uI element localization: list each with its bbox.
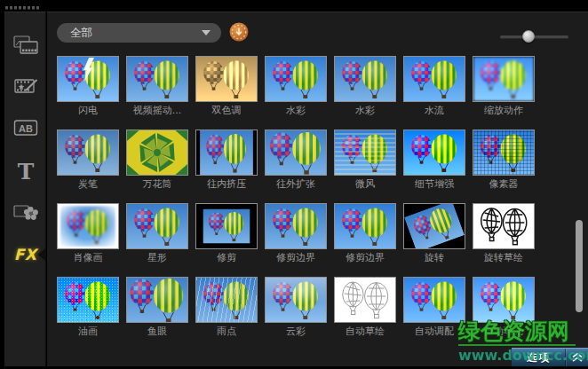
sidebar-tab-fx[interactable]: FX (4, 239, 46, 270)
effect-item[interactable]: 微风 (334, 130, 396, 189)
effect-thumbnail[interactable] (57, 56, 119, 102)
effect-thumbnail[interactable] (265, 56, 327, 102)
effect-item[interactable]: 云彩 (265, 277, 327, 336)
title-t-icon: T (12, 160, 39, 183)
effect-label: 微风 (334, 177, 396, 189)
vertical-scrollbar-thumb[interactable] (576, 220, 583, 312)
effect-item[interactable]: 修剪边界 (265, 203, 327, 263)
thumbnail-size-slider[interactable] (500, 30, 568, 43)
effect-item[interactable]: 炭笔 (57, 130, 119, 189)
sidebar-tab-graphic[interactable] (4, 197, 46, 227)
effect-thumbnail[interactable] (473, 130, 535, 176)
effect-thumbnail[interactable] (403, 203, 465, 249)
effect-label: 油画 (57, 325, 119, 336)
effect-item[interactable]: 闪电 (57, 56, 119, 115)
effect-label: 水彩 (334, 104, 396, 115)
effect-item[interactable]: 细节增强 (403, 130, 465, 189)
effect-thumbnail[interactable] (473, 56, 535, 102)
download-effects-button[interactable] (229, 22, 249, 42)
effect-item[interactable]: 往外扩张 (265, 130, 327, 189)
effect-thumbnail[interactable] (126, 203, 188, 249)
effect-label: 往外扩张 (265, 177, 327, 189)
effect-item[interactable]: 水流 (403, 56, 465, 115)
effect-label: 万花筒 (126, 177, 188, 189)
effect-label: 视频摇动... (126, 104, 188, 115)
effect-label: 修剪边界 (334, 251, 396, 263)
effect-thumbnail[interactable] (265, 130, 327, 176)
effect-item[interactable]: 旋转 (403, 203, 465, 263)
effect-label: 自动曝光 (473, 325, 535, 336)
effect-item[interactable]: 万花筒 (126, 130, 188, 189)
svg-text:T: T (17, 160, 34, 183)
effect-item[interactable]: 视频摇动... (126, 56, 188, 115)
effect-item[interactable]: 水彩 (265, 56, 327, 115)
effect-thumbnail[interactable] (403, 56, 465, 102)
effect-item[interactable]: 像素器 (473, 130, 535, 189)
effect-item[interactable]: 油画 (57, 277, 119, 336)
effect-item[interactable]: 缩放动作 (473, 56, 535, 115)
fx-icon: FX (14, 246, 37, 263)
effect-item[interactable]: 修剪边界 (334, 203, 396, 263)
transition-icon (12, 75, 39, 98)
options-button[interactable]: 选项 (512, 349, 565, 366)
effect-thumbnail[interactable] (334, 130, 396, 176)
effect-label: 肖像画 (57, 251, 119, 263)
effect-label: 星形 (126, 251, 188, 263)
effect-label: 闪电 (57, 104, 119, 115)
panel-drag-handle[interactable] (5, 6, 39, 10)
effect-label: 自动草绘 (334, 325, 396, 336)
effect-label: 修剪边界 (265, 251, 327, 263)
effect-label: 水流 (403, 104, 465, 115)
effect-thumbnail[interactable] (57, 130, 119, 176)
effect-thumbnail[interactable] (126, 277, 188, 323)
sidebar-tab-media[interactable] (4, 30, 46, 60)
effect-thumbnail[interactable] (334, 277, 396, 323)
chevron-down-icon (202, 30, 211, 35)
download-effects-icon (229, 28, 249, 45)
effect-item[interactable]: 鱼眼 (126, 277, 188, 336)
collapse-panel-button[interactable] (565, 349, 588, 366)
effects-panel: AB T (0, 0, 588, 369)
effect-item[interactable]: 肖像画 (57, 203, 119, 263)
effect-thumbnail[interactable] (195, 203, 258, 249)
graphic-flower-icon (12, 200, 39, 224)
effect-thumbnail[interactable] (126, 56, 188, 102)
effect-item[interactable]: 往内挤压 (195, 130, 258, 189)
effect-thumbnail[interactable] (195, 56, 258, 102)
dropdown-selected-value: 全部 (70, 26, 202, 41)
effect-item[interactable]: 双色调 (195, 56, 258, 115)
effect-label: 炭笔 (57, 177, 119, 189)
effect-label: 水彩 (265, 104, 327, 115)
effect-thumbnail[interactable] (473, 203, 535, 249)
effect-thumbnail[interactable] (195, 277, 258, 323)
effect-item[interactable]: 自动曝光 (473, 277, 535, 336)
sidebar-tab-transition[interactable] (4, 71, 46, 101)
effect-thumbnail[interactable] (334, 203, 396, 249)
effect-thumbnail[interactable] (126, 130, 188, 176)
sidebar-tab-title[interactable]: T (4, 156, 46, 186)
sidebar-tab-subtitle[interactable]: AB (4, 113, 46, 143)
effect-thumbnail[interactable] (57, 277, 119, 323)
options-bar: 选项 (512, 348, 588, 366)
effect-thumbnail[interactable] (403, 277, 465, 323)
effect-item[interactable]: 旋转草绘 (473, 203, 535, 263)
effect-label: 细节增强 (403, 177, 465, 189)
effect-thumbnail[interactable] (265, 203, 327, 249)
thumbnail-size-slider-thumb[interactable] (522, 30, 535, 43)
effect-item[interactable]: 水彩 (334, 56, 396, 115)
effect-thumbnail[interactable] (57, 203, 119, 249)
effect-thumbnail[interactable] (403, 130, 465, 176)
effect-item[interactable]: 自动草绘 (334, 277, 396, 336)
effect-item[interactable]: 修剪 (195, 203, 258, 263)
effect-item[interactable]: 星形 (126, 203, 188, 263)
effect-thumbnail[interactable] (473, 277, 535, 323)
effect-label: 往内挤压 (195, 177, 258, 189)
effect-category-dropdown[interactable]: 全部 (57, 23, 221, 43)
effect-item[interactable]: 自动调配 (403, 277, 465, 336)
effect-label: 修剪 (195, 251, 258, 263)
effect-thumbnail[interactable] (265, 277, 327, 323)
effect-thumbnail[interactable] (195, 130, 258, 176)
effect-thumbnail[interactable] (334, 56, 396, 102)
active-tab-notch (38, 247, 46, 262)
effect-item[interactable]: 雨点 (195, 277, 258, 336)
